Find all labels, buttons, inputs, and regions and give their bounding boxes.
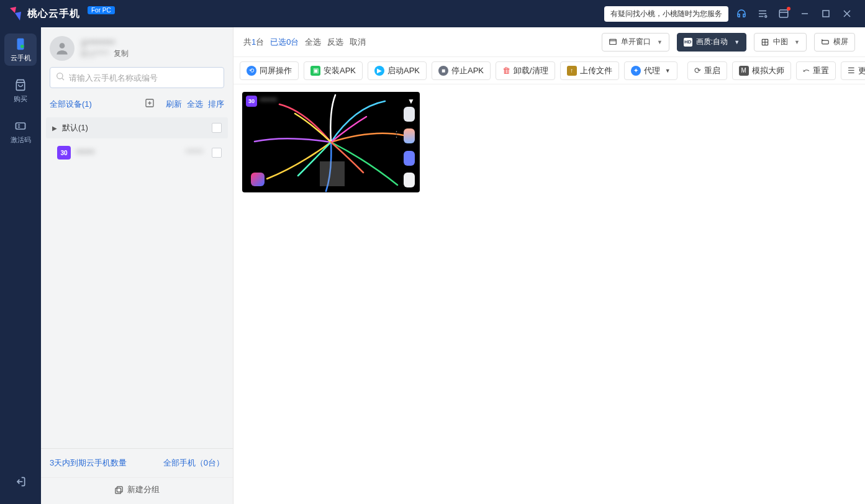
kebab-icon: ⋮ bbox=[392, 129, 401, 138]
rail-item-activation[interactable]: 激活码 bbox=[4, 115, 37, 148]
svg-rect-10 bbox=[17, 38, 24, 50]
search-input[interactable] bbox=[69, 73, 219, 83]
sim-icon: M bbox=[739, 66, 749, 76]
select-all-button[interactable]: 全选 bbox=[305, 37, 321, 48]
rail-item-cloud-phone[interactable]: 云手机 bbox=[4, 34, 37, 66]
refresh-link[interactable]: 刷新 bbox=[166, 99, 182, 110]
install-apk-button[interactable]: ▣安装APK bbox=[304, 61, 363, 80]
device-checkbox[interactable] bbox=[212, 148, 222, 158]
group-checkbox[interactable] bbox=[212, 123, 222, 133]
user-name: 1******** bbox=[81, 38, 224, 48]
sim-master-button[interactable]: M模拟大师 bbox=[732, 61, 791, 80]
side-footer: 3天内到期云手机数量 全部手机（0台） 新建分组 bbox=[41, 448, 233, 504]
add-group-icon[interactable] bbox=[145, 98, 155, 110]
hd-icon: HD bbox=[684, 38, 692, 47]
all-phones-link[interactable]: 全部手机（0台） bbox=[163, 457, 224, 469]
more-operations-button[interactable]: ☰更多操作▼ bbox=[841, 61, 865, 80]
device-badge-icon: 30 bbox=[57, 146, 71, 160]
pc-badge: For PC bbox=[88, 6, 115, 14]
phone-icon bbox=[13, 37, 28, 52]
dock-app-icon bbox=[404, 151, 415, 166]
window-mode-dropdown[interactable]: 单开窗口 ▼ bbox=[602, 33, 669, 52]
android-icon: ▣ bbox=[310, 66, 320, 76]
globe-icon: ✦ bbox=[631, 66, 641, 76]
maximize-icon[interactable] bbox=[815, 3, 836, 24]
user-block: 1******** ID:1***** 复制 bbox=[41, 27, 233, 67]
nav-rail: 云手机 购买 激活码 bbox=[0, 27, 41, 504]
copy-id-button[interactable]: 复制 bbox=[114, 48, 129, 59]
proxy-button[interactable]: ✦代理▼ bbox=[624, 61, 677, 80]
chevron-down-icon: ▼ bbox=[794, 39, 800, 45]
count-block: 共1台 已选0台 全选 反选 取消 bbox=[243, 37, 366, 48]
close-icon[interactable] bbox=[836, 3, 858, 24]
rail-label: 云手机 bbox=[11, 53, 31, 63]
avatar[interactable] bbox=[50, 36, 75, 61]
dock-app-icon bbox=[404, 107, 415, 122]
top-strip: 共1台 已选0台 全选 反选 取消 单开窗口 ▼ HD 画质:自动 ▼ bbox=[233, 27, 865, 57]
logout-icon[interactable] bbox=[4, 466, 37, 498]
expiring-link[interactable]: 3天内到期云手机数量 bbox=[50, 457, 127, 469]
toolbar: ⟲同屏操作 ▣安装APK ▶启动APK ■停止APK 🗑卸载/清理 ↑上传文件 … bbox=[233, 57, 865, 84]
shopping-bag-icon bbox=[13, 78, 28, 92]
rotate-icon bbox=[821, 38, 830, 47]
launch-apk-button[interactable]: ▶启动APK bbox=[368, 61, 427, 80]
sync-operation-button[interactable]: ⟲同屏操作 bbox=[240, 61, 299, 80]
minimize-icon[interactable] bbox=[794, 3, 815, 24]
upload-file-button[interactable]: ↑上传文件 bbox=[560, 61, 619, 80]
support-headset-icon[interactable] bbox=[731, 3, 752, 24]
sync-icon: ⟲ bbox=[247, 66, 256, 76]
reset-button[interactable]: ⤺重置 bbox=[796, 61, 836, 80]
device-group-row[interactable]: ▶ 默认(1) bbox=[46, 117, 228, 138]
all-devices-label[interactable]: 全部设备(1) bbox=[50, 99, 92, 110]
device-card[interactable]: 30 ****** ▼ bbox=[242, 92, 420, 192]
card-menu-icon[interactable]: ▼ bbox=[407, 97, 415, 106]
user-id: ID:1***** bbox=[81, 50, 109, 58]
thumb-size-dropdown[interactable]: 中图 ▼ bbox=[754, 33, 807, 52]
settings-list-icon[interactable] bbox=[752, 3, 773, 24]
total-count: 共1台 bbox=[243, 37, 264, 48]
dock-app-icon bbox=[404, 128, 415, 143]
logo-icon bbox=[7, 6, 24, 22]
group-name: 默认(1) bbox=[62, 122, 88, 133]
orientation-button[interactable]: 横屏 bbox=[814, 33, 855, 52]
app-title: 桃心云手机 bbox=[27, 7, 80, 20]
trash-icon: 🗑 bbox=[502, 66, 510, 75]
quality-dropdown[interactable]: HD 画质:自动 ▼ bbox=[677, 33, 746, 52]
rail-label: 激活码 bbox=[11, 135, 31, 145]
stop-apk-button[interactable]: ■停止APK bbox=[432, 61, 491, 80]
app-logo: 桃心云手机 For PC bbox=[7, 6, 115, 22]
svg-rect-13 bbox=[16, 123, 25, 129]
window-icon bbox=[609, 38, 617, 47]
card-dock bbox=[404, 107, 415, 187]
invert-selection-button[interactable]: 反选 bbox=[327, 37, 343, 48]
device-canvas: 30 ****** ▼ bbox=[233, 84, 865, 504]
reset-icon: ⤺ bbox=[803, 66, 810, 75]
notification-panel-icon[interactable] bbox=[773, 3, 794, 24]
expand-triangle-icon: ▶ bbox=[52, 125, 57, 132]
selected-count: 已选0台 bbox=[270, 37, 299, 48]
rail-item-buy[interactable]: 购买 bbox=[4, 74, 37, 107]
device-list-header: 全部设备(1) 刷新 全选 排序 bbox=[41, 94, 233, 114]
new-group-button[interactable]: 新建分组 bbox=[41, 477, 233, 504]
device-status: ****** bbox=[186, 148, 203, 157]
chevron-down-icon: ▼ bbox=[657, 39, 663, 45]
search-box[interactable] bbox=[50, 67, 224, 88]
main-area: 共1台 已选0台 全选 反选 取消 单开窗口 ▼ HD 画质:自动 ▼ bbox=[233, 27, 865, 504]
sort-link[interactable]: 排序 bbox=[208, 99, 224, 110]
uninstall-button[interactable]: 🗑卸载/清理 bbox=[496, 61, 555, 80]
help-pill[interactable]: 有疑问找小桃，小桃随时为您服务 bbox=[604, 6, 728, 22]
device-card-badge-icon: 30 bbox=[246, 96, 257, 107]
upload-icon: ↑ bbox=[567, 66, 577, 76]
cancel-selection-button[interactable]: 取消 bbox=[350, 37, 366, 48]
device-card-name: ****** bbox=[260, 97, 277, 106]
device-row[interactable]: 30 ****** ****** bbox=[46, 142, 228, 163]
side-panel: 1******** ID:1***** 复制 全部设备(1) 刷新 bbox=[41, 27, 233, 504]
select-all-link[interactable]: 全选 bbox=[187, 99, 203, 110]
svg-rect-7 bbox=[823, 11, 829, 17]
titlebar: 桃心云手机 For PC 有疑问找小桃，小桃随时为您服务 bbox=[0, 0, 865, 27]
svg-point-3 bbox=[765, 16, 767, 17]
restart-button[interactable]: ⟳重启 bbox=[687, 61, 727, 80]
stop-icon: ■ bbox=[438, 66, 448, 76]
device-list: ▶ 默认(1) 30 ****** ****** bbox=[41, 114, 233, 448]
search-icon bbox=[55, 71, 65, 84]
